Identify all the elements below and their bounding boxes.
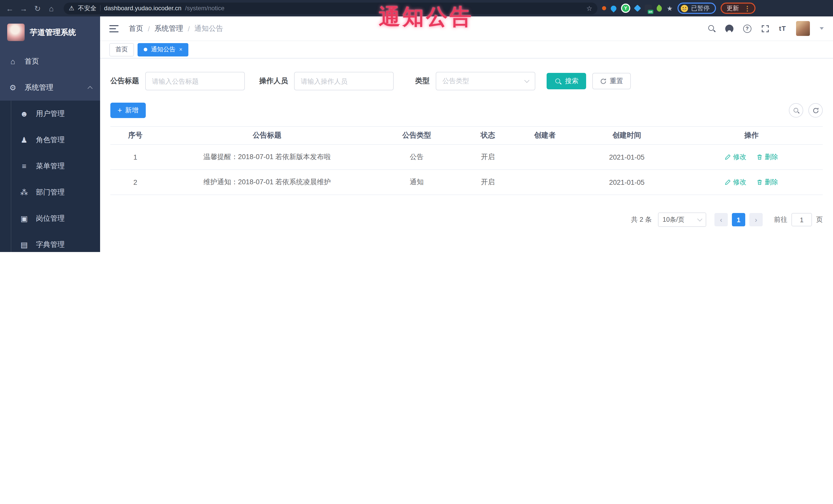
extension-orange-icon[interactable]	[602, 6, 606, 10]
app-logo	[7, 24, 25, 41]
sidebar-item-home[interactable]: ⌂ 首页	[0, 48, 100, 74]
font-size-icon[interactable]: tT	[779, 25, 786, 32]
tab-label: 首页	[116, 45, 128, 54]
sidebar-item-user-management[interactable]: ☻ 用户管理	[0, 101, 100, 127]
extension-ghost-icon[interactable]: ★	[667, 5, 673, 11]
refresh-icon	[812, 107, 819, 114]
extension-paused-badge[interactable]: 已暂停	[677, 3, 716, 14]
next-page-button[interactable]: ›	[749, 213, 763, 226]
user-icon: ☻	[20, 109, 29, 118]
prev-page-button[interactable]: ‹	[714, 213, 728, 226]
org-tree-icon: ⁂	[20, 188, 29, 197]
breadcrumb-section[interactable]: 系统管理	[154, 24, 183, 33]
search-icon	[793, 107, 799, 114]
browser-forward-icon[interactable]: →	[19, 4, 28, 12]
fullscreen-icon[interactable]	[761, 24, 769, 32]
sidebar-item-post-management[interactable]: ▣ 岗位管理	[0, 205, 100, 232]
reset-button-label: 重置	[610, 76, 623, 86]
pagination: 共 2 条 10条/页 ‹ 1 › 前往 页	[110, 213, 823, 227]
add-button[interactable]: + 新增	[110, 103, 146, 118]
refresh-icon	[600, 78, 606, 85]
add-button-label: 新增	[125, 106, 139, 115]
cell-type: 通知	[374, 170, 459, 195]
sidebar-item-role-management[interactable]: ♟ 角色管理	[0, 127, 100, 153]
operator-input[interactable]	[294, 72, 394, 90]
col-actions: 操作	[680, 126, 823, 144]
notice-type-select[interactable]: 公告类型	[436, 72, 535, 90]
cell-title: 温馨提醒：2018-07-01 若依新版本发布啦	[160, 144, 374, 170]
cell-status: 开启	[459, 170, 516, 195]
bookmark-star-icon[interactable]: ☆	[587, 4, 592, 12]
tab-home[interactable]: 首页	[109, 43, 134, 56]
search-icon[interactable]	[708, 25, 715, 32]
search-button[interactable]: 搜索	[547, 73, 586, 89]
extension-y-icon[interactable]: Y	[621, 4, 630, 13]
toggle-search-button[interactable]	[789, 103, 803, 118]
cell-creator	[516, 144, 573, 170]
github-icon[interactable]	[725, 24, 733, 32]
browser-update-button[interactable]: 更新 ⋮	[720, 3, 755, 14]
cell-status: 开启	[459, 144, 516, 170]
extensions-area: Y on ★ 已暂停 更新 ⋮	[602, 3, 755, 14]
app-logo-row[interactable]: 芋道管理系统	[0, 17, 100, 48]
extension-leaf-icon[interactable]	[656, 4, 663, 12]
col-creator: 创建者	[516, 126, 573, 144]
browser-menu-icon[interactable]: ⋮	[744, 5, 751, 11]
avatar-caret-icon[interactable]	[820, 27, 824, 30]
help-icon[interactable]: ?	[743, 24, 751, 32]
sidebar-item-dict-management[interactable]: ▤ 字典管理	[0, 232, 100, 252]
delete-link[interactable]: 删除	[757, 177, 778, 187]
table-toolbar: + 新增	[110, 103, 823, 118]
address-bar[interactable]: ⚠ 不安全 dashboard.yudao.iocoder.cn/system/…	[64, 2, 597, 14]
menu-list-icon: ≡	[20, 162, 29, 170]
operator-label: 操作人员	[259, 76, 288, 86]
page-unit-label: 页	[816, 215, 823, 224]
dictionary-icon: ▤	[20, 240, 29, 249]
sidebar-item-system-management[interactable]: ⚙ 系统管理	[0, 74, 100, 101]
select-placeholder: 公告类型	[443, 76, 469, 86]
sidebar-item-label: 角色管理	[36, 135, 65, 144]
type-label: 类型	[415, 76, 430, 86]
edit-link[interactable]: 修改	[725, 152, 746, 162]
sidebar-item-department-management[interactable]: ⁂ 部门管理	[0, 179, 100, 205]
home-icon: ⌂	[8, 57, 18, 66]
reset-button[interactable]: 重置	[592, 73, 631, 89]
avatar[interactable]	[796, 21, 810, 36]
trash-icon	[757, 179, 763, 185]
notice-title-input[interactable]	[145, 72, 245, 90]
table-row: 1 温馨提醒：2018-07-01 若依新版本发布啦 公告 开启 2021-01…	[110, 144, 823, 170]
refresh-table-button[interactable]	[808, 103, 823, 118]
edit-link[interactable]: 修改	[725, 177, 746, 187]
sidebar-item-label: 字典管理	[36, 240, 65, 249]
collapse-sidebar-icon[interactable]	[109, 25, 119, 32]
emoji-smiley-icon	[680, 4, 688, 12]
page-size-select[interactable]: 10条/页	[658, 213, 706, 227]
browser-back-icon[interactable]: ←	[5, 4, 15, 12]
goto-label: 前往	[774, 215, 787, 224]
cell-actions: 修改 删除	[680, 144, 823, 170]
page-size-value: 10条/页	[663, 215, 684, 224]
sidebar-item-label: 菜单管理	[36, 162, 65, 171]
cell-actions: 修改 删除	[680, 170, 823, 195]
tab-notice[interactable]: 通知公告 ×	[138, 43, 189, 56]
top-navbar: 首页 / 系统管理 / 通知公告 ? tT	[100, 17, 833, 41]
url-path: /system/notice	[185, 5, 224, 12]
close-tab-icon[interactable]: ×	[179, 47, 183, 52]
chevron-down-icon	[524, 78, 529, 83]
extension-pin-icon[interactable]	[610, 4, 617, 12]
cell-created-time: 2021-01-05	[573, 170, 680, 195]
browser-reload-icon[interactable]: ↻	[33, 4, 42, 12]
filter-form: 公告标题 操作人员 类型 公告类型 搜索	[110, 72, 823, 90]
cell-index: 2	[110, 170, 160, 195]
browser-home-icon[interactable]: ⌂	[47, 4, 56, 12]
extension-on-icon[interactable]: on	[645, 5, 652, 12]
url-divider	[100, 5, 101, 11]
current-page-button[interactable]: 1	[732, 213, 745, 226]
delete-link[interactable]: 删除	[757, 152, 778, 162]
goto-page-input[interactable]	[791, 213, 812, 226]
sidebar-item-menu-management[interactable]: ≡ 菜单管理	[0, 153, 100, 179]
breadcrumb-home[interactable]: 首页	[129, 24, 143, 33]
breadcrumb-separator: /	[148, 24, 150, 32]
search-icon	[555, 78, 562, 85]
extension-diamond-icon[interactable]	[634, 5, 641, 12]
